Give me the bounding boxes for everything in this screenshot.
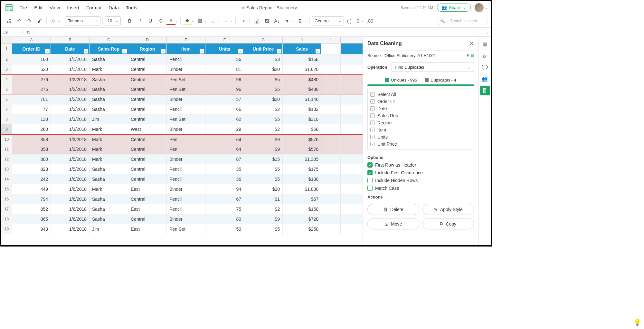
cell[interactable]: 823 — [12, 164, 51, 174]
cell[interactable]: 1/2/2018 — [51, 75, 90, 84]
column-checkbox-item[interactable]: Date — [370, 105, 472, 112]
cell[interactable]: 75 — [205, 204, 244, 214]
cell[interactable]: 66 — [205, 104, 244, 114]
star-icon[interactable]: ★ — [241, 5, 245, 11]
fx-label[interactable]: fx — [24, 30, 33, 34]
menu-edit[interactable]: Edit — [34, 5, 43, 10]
row-header[interactable]: 12 — [1, 154, 12, 164]
cell[interactable]: 1/3/2018 — [51, 124, 90, 134]
rail-comment-icon[interactable]: 💬 — [480, 63, 490, 72]
borders-button[interactable]: ▦ — [195, 16, 205, 26]
decimal-dec-icon[interactable]: .00 — [365, 16, 375, 26]
column-checkbox-item[interactable]: Sales Rep — [370, 112, 472, 119]
row-header[interactable]: 16 — [1, 194, 12, 204]
cell[interactable]: Central — [128, 194, 167, 204]
chart-icon[interactable]: 📊 — [251, 16, 261, 26]
redo-icon[interactable]: ↷ — [24, 16, 34, 26]
cell[interactable]: 358 — [12, 144, 51, 154]
cell[interactable]: $5 — [244, 164, 283, 174]
cell[interactable]: Sasha — [90, 94, 128, 104]
cell[interactable]: $168 — [283, 54, 321, 64]
cell[interactable]: Mark — [90, 64, 128, 74]
column-header[interactable]: I — [321, 37, 341, 43]
cell[interactable]: $20 — [244, 64, 283, 74]
cell[interactable]: Sasha — [90, 75, 128, 84]
cell[interactable]: Jim — [90, 224, 128, 234]
cell[interactable]: 64 — [205, 135, 244, 144]
document-title[interactable]: Sales Report - Stationery — [247, 5, 297, 10]
cell[interactable]: Binder — [167, 94, 205, 104]
menu-view[interactable]: View — [50, 5, 60, 10]
cell[interactable]: 1/1/2018 — [51, 54, 90, 64]
row-header[interactable]: 13 — [1, 164, 12, 174]
column-checkbox-item[interactable]: Units — [370, 133, 472, 140]
cell[interactable]: $480 — [283, 75, 321, 84]
row-header[interactable]: 10 — [1, 135, 12, 144]
cell[interactable]: $1,305 — [283, 154, 321, 164]
cell[interactable]: Central — [128, 54, 167, 64]
cell[interactable]: Sasha — [90, 214, 128, 224]
cell[interactable]: 81 — [205, 64, 244, 74]
cell[interactable]: Pencil — [167, 104, 205, 114]
cell[interactable]: 80 — [205, 214, 244, 224]
action-copy[interactable]: ⧉Copy — [422, 218, 474, 229]
cell[interactable]: $20 — [244, 94, 283, 104]
decimal-inc-icon[interactable]: .0→ — [355, 16, 365, 26]
cell[interactable]: 260 — [12, 124, 51, 134]
filter-dropdown-icon[interactable]: ⌄ — [316, 49, 320, 53]
cell[interactable]: $1,140 — [283, 94, 321, 104]
merge-button[interactable]: ⿻ — [208, 16, 218, 26]
filter-icon[interactable]: ▼ — [282, 16, 292, 26]
wrap-button[interactable]: ⇥ — [238, 16, 247, 26]
cell[interactable]: 1/3/2018 — [51, 104, 90, 114]
cell[interactable]: Central — [128, 164, 167, 174]
cell[interactable]: $576 — [283, 135, 321, 144]
table-header-cell[interactable]: Units⌄ — [205, 44, 244, 54]
column-header[interactable]: F — [205, 37, 244, 43]
cell[interactable]: $1,620 — [283, 64, 321, 74]
cell[interactable]: Mark — [90, 154, 128, 164]
column-checkbox-item[interactable]: Unit Price — [370, 140, 472, 148]
row-header[interactable]: 7 — [1, 104, 12, 114]
menu-data[interactable]: Data — [109, 5, 119, 10]
cell[interactable]: 358 — [12, 135, 51, 144]
column-header[interactable]: D — [128, 37, 167, 43]
filter-dropdown-icon[interactable]: ⌄ — [161, 49, 166, 53]
cell[interactable]: $2 — [244, 104, 283, 114]
cell[interactable]: 1/5/2018 — [51, 154, 90, 164]
sigma-icon[interactable]: Σ — [295, 16, 305, 26]
cell[interactable]: 64 — [205, 144, 244, 154]
cell[interactable]: 87 — [205, 154, 244, 164]
cell[interactable]: 1/6/2018 — [51, 204, 90, 214]
cell[interactable]: $15 — [244, 154, 283, 164]
cell[interactable]: 1/6/2018 — [51, 214, 90, 224]
cell[interactable]: 800 — [12, 154, 51, 164]
cell[interactable]: 57 — [205, 94, 244, 104]
column-header[interactable]: H — [283, 37, 321, 43]
cell[interactable]: Pen — [167, 135, 205, 144]
undo-icon[interactable]: ↶ — [14, 16, 24, 26]
cell[interactable]: 865 — [12, 214, 51, 224]
action-move[interactable]: ⇲Move — [367, 218, 419, 229]
parentheses-icon[interactable]: ( ) — [345, 16, 354, 26]
user-avatar[interactable] — [475, 3, 484, 12]
cell[interactable]: Sasha — [90, 164, 128, 174]
cell[interactable]: $5 — [244, 75, 283, 84]
filter-dropdown-icon[interactable]: ⌄ — [45, 49, 50, 53]
cell[interactable]: 67 — [205, 194, 244, 204]
font-select[interactable]: Tahoma — [65, 16, 100, 25]
rail-data-icon[interactable]: 🗄 — [480, 86, 490, 95]
print-icon[interactable]: 🖨 — [4, 16, 14, 26]
cell[interactable]: $720 — [283, 214, 321, 224]
cell[interactable]: $9 — [244, 144, 283, 154]
cell[interactable]: Binder — [167, 154, 205, 164]
cell[interactable]: East — [128, 184, 167, 194]
cell[interactable]: Binder — [167, 214, 205, 224]
search-input[interactable]: 🔍⌄ Search in sheet — [437, 17, 488, 25]
text-color-button[interactable]: A — [166, 17, 176, 25]
column-checkbox-item[interactable]: Item — [370, 126, 472, 133]
cell[interactable]: Pencil — [167, 54, 205, 64]
cell[interactable]: 242 — [12, 174, 51, 184]
table-header-cell[interactable]: Region⌄ — [128, 44, 167, 54]
cell[interactable]: 1/2/2018 — [51, 84, 90, 94]
